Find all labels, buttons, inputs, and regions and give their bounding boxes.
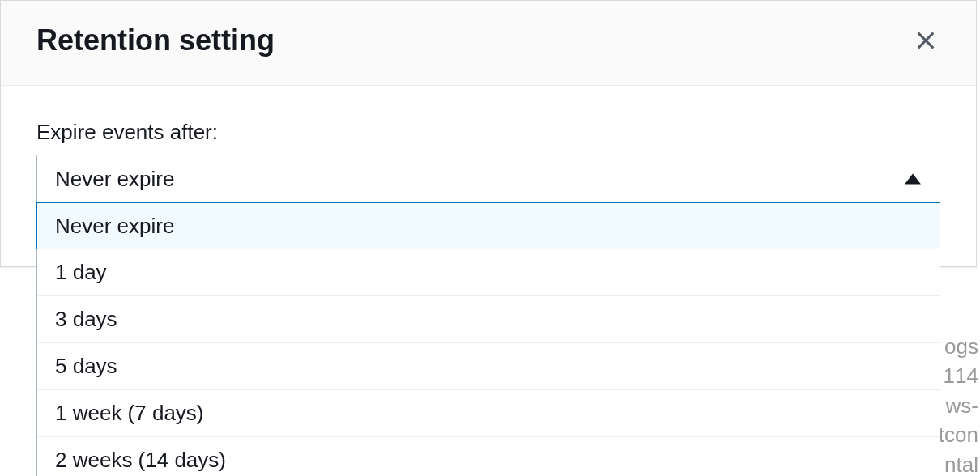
option-never-expire[interactable]: Never expire xyxy=(36,202,940,249)
close-icon xyxy=(914,29,937,52)
retention-selected-value: Never expire xyxy=(55,167,174,192)
expire-events-label: Expire events after: xyxy=(36,120,940,145)
close-button[interactable] xyxy=(911,26,940,55)
option-2-weeks[interactable]: 2 weeks (14 days) xyxy=(37,436,940,476)
retention-select-wrapper: Never expire Never expire 1 day 3 days 5… xyxy=(36,155,940,203)
option-3-days[interactable]: 3 days xyxy=(37,295,940,342)
modal-header: Retention setting xyxy=(1,1,976,86)
retention-setting-modal: Retention setting Expire events after: N… xyxy=(0,0,977,267)
option-1-day[interactable]: 1 day xyxy=(37,249,940,295)
background-obscured-text: ogs 114 ws- tcon ntal xyxy=(939,332,980,476)
chevron-up-icon xyxy=(905,174,921,185)
retention-dropdown-list: Never expire 1 day 3 days 5 days 1 week … xyxy=(36,203,940,476)
option-5-days[interactable]: 5 days xyxy=(37,342,940,389)
retention-select[interactable]: Never expire xyxy=(36,155,940,203)
modal-title: Retention setting xyxy=(36,23,275,57)
option-1-week[interactable]: 1 week (7 days) xyxy=(37,389,940,436)
modal-body: Expire events after: Never expire Never … xyxy=(1,86,976,227)
